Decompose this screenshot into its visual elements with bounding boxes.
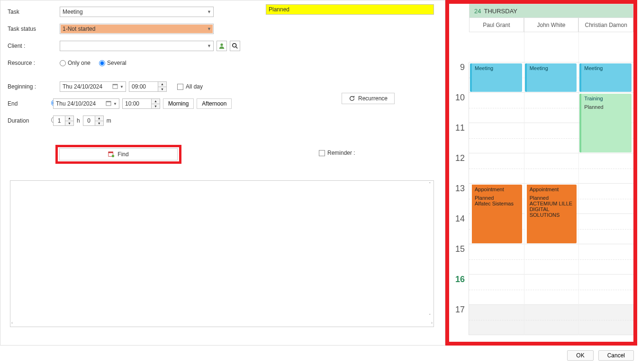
client-user-button[interactable] (217, 41, 227, 51)
beginning-label: Beginning : (8, 83, 60, 90)
refresh-icon (349, 95, 355, 102)
down-icon: ˅ (429, 313, 431, 318)
calendar-event[interactable]: TrainingPlanned (579, 94, 632, 152)
status-select[interactable]: 1-Not started ▼ (60, 24, 214, 34)
duration-mins-spinner[interactable]: ▲▼ (95, 115, 104, 126)
chevron-down-icon: ▼ (113, 102, 117, 106)
svg-point-1 (233, 44, 236, 47)
status-value: 1-Not started (63, 26, 95, 32)
event-title: Appointment (530, 186, 574, 192)
status-row: Task status 1-Not started ▼ (0, 22, 445, 36)
calendar-day-header: 24 THURSDAY (469, 4, 633, 18)
hour-label: 15 (445, 244, 469, 275)
cancel-button[interactable]: Cancel (598, 350, 634, 361)
find-button[interactable]: Find (59, 148, 178, 160)
svg-point-0 (220, 44, 223, 46)
hour-label: 17 (445, 305, 469, 335)
down-icon[interactable]: ▼ (158, 87, 166, 92)
event-title: Meeting (530, 65, 574, 71)
calendar-find-icon (108, 151, 115, 158)
up-icon[interactable]: ▲ (95, 116, 103, 121)
event-title: Training (584, 96, 629, 101)
h-unit: h (77, 117, 80, 124)
morning-button[interactable]: Morning (163, 98, 194, 109)
calendar-grid[interactable]: 91011121314151617MeetingMeetingMeetingTr… (445, 32, 637, 335)
notes-textarea[interactable]: ˄˅ ‹› (10, 180, 434, 327)
planned-select[interactable]: Planned (266, 4, 434, 15)
svg-rect-6 (106, 101, 111, 102)
event-title: Meeting (475, 65, 519, 71)
beginning-row: Beginning : Thu 24/10/2024 ▼ 09:00 ▲▼ Al… (0, 80, 445, 93)
hour-label: 11 (445, 123, 469, 153)
svg-rect-4 (113, 84, 117, 85)
calendar-resources-header: Paul Grant John White Christian Damon (469, 18, 633, 32)
svg-line-2 (236, 47, 238, 49)
client-select[interactable]: ▼ (60, 41, 214, 51)
event-title: Appointment (475, 186, 519, 192)
footer-buttons: OK Cancel (567, 350, 634, 361)
up-icon[interactable]: ▲ (158, 82, 166, 87)
resource-header: Christian Damon (578, 18, 633, 32)
resource-header: Paul Grant (469, 18, 524, 32)
planned-value: Planned (269, 6, 289, 13)
down-icon[interactable]: ▼ (95, 121, 103, 126)
event-subtitle: Planned (584, 104, 629, 110)
begin-time-input[interactable]: 09:00 (129, 81, 158, 92)
up-icon[interactable]: ▲ (152, 99, 160, 104)
right-icon: › (431, 320, 433, 325)
end-time-input[interactable]: 10:00 (122, 98, 152, 109)
calendar-panel: 24 THURSDAY Paul Grant John White Christ… (445, 0, 637, 346)
down-icon[interactable]: ▼ (152, 104, 160, 109)
resource-header: John White (524, 18, 579, 32)
calendar-day-number: 24 (474, 8, 481, 15)
calendar-event[interactable]: Meeting (470, 63, 522, 92)
task-select[interactable]: Meeting ▼ (60, 7, 214, 17)
event-title: Meeting (584, 65, 629, 71)
calendar-icon (106, 100, 111, 107)
search-icon (232, 43, 238, 49)
end-time-spinner[interactable]: ▲▼ (152, 98, 160, 109)
reminder-checkbox[interactable]: Reminder : (319, 150, 355, 156)
client-search-button[interactable] (230, 41, 240, 51)
horizontal-scrollbar[interactable]: ‹› (10, 319, 433, 327)
client-label: Client : (8, 43, 60, 49)
checkbox-icon (319, 150, 325, 156)
calendar-event[interactable]: Meeting (579, 63, 632, 92)
status-label: Task status (8, 26, 60, 32)
checkbox-icon (177, 84, 183, 90)
allday-checkbox[interactable]: All day (177, 83, 203, 90)
up-icon[interactable]: ▲ (65, 116, 73, 121)
resource-onlyone-radio[interactable]: Only one (60, 60, 90, 66)
recurrence-button[interactable]: Recurrence (342, 93, 395, 104)
vertical-scrollbar[interactable]: ˄˅ (426, 181, 433, 319)
svg-rect-8 (108, 152, 113, 153)
calendar-event[interactable]: AppointmentPlanned Alfatec Sistemas (470, 185, 522, 243)
task-value: Meeting (63, 9, 83, 15)
afternoon-button[interactable]: Afternoon (197, 98, 232, 109)
task-label: Task (8, 9, 60, 15)
form-panel: Task Meeting ▼ Planned Task status 1-Not… (0, 0, 445, 346)
duration-hours-spinner[interactable]: ▲▼ (65, 115, 74, 126)
client-row: Client : ▼ (0, 39, 445, 53)
duration-mins-input[interactable]: 0 (83, 115, 95, 126)
event-subtitle: Planned ACTEMIUM LILLE DIGITAL SOLUTIONS (530, 195, 574, 218)
m-unit: m (107, 117, 111, 124)
down-icon[interactable]: ▼ (65, 121, 73, 126)
calendar-icon (112, 83, 118, 90)
calendar-day-name: THURSDAY (484, 8, 517, 15)
chevron-down-icon: ▼ (120, 85, 124, 89)
begin-time-spinner[interactable]: ▲▼ (158, 81, 167, 92)
svg-point-9 (112, 155, 114, 157)
ok-button[interactable]: OK (567, 350, 593, 361)
left-icon: ‹ (11, 320, 13, 325)
resource-row: Resource : Only one Several (0, 56, 445, 70)
resource-several-radio[interactable]: Several (99, 60, 126, 66)
calendar-event[interactable]: AppointmentPlanned ACTEMIUM LILLE DIGITA… (525, 185, 577, 243)
duration-hours-input[interactable]: 1 (53, 115, 65, 126)
calendar-event[interactable]: Meeting (525, 63, 577, 92)
end-time-value: 10:00 (125, 100, 139, 107)
end-date-input[interactable]: Thu 24/10/2024 ▼ (53, 98, 119, 109)
hour-label: 13 (445, 184, 469, 214)
hour-label: 10 (445, 93, 469, 123)
begin-date-input[interactable]: Thu 24/10/2024 ▼ (60, 81, 126, 92)
